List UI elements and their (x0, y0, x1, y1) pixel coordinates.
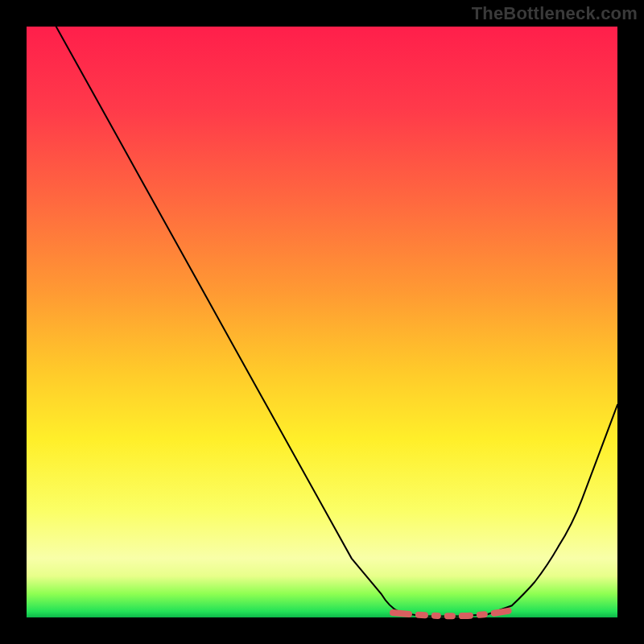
bottleneck-curve (56, 27, 617, 617)
watermark-text: TheBottleneck.com (472, 3, 638, 24)
chart-frame: TheBottleneck.com (0, 0, 644, 644)
curve-svg (27, 27, 617, 617)
gradient-plot-area (27, 27, 617, 617)
